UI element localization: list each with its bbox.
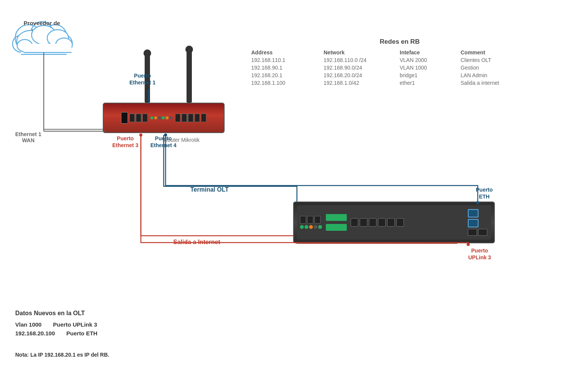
table-row-1: 192.168.110.1 192.168.110.0 /24 VLAN 200… bbox=[251, 57, 548, 63]
port-eth3-label: Puerto Ethernet 3 bbox=[112, 135, 138, 149]
datos-row1-col2: Puerto UPLink 3 bbox=[53, 321, 97, 328]
table-header-row: Address Network Inteface Comment bbox=[251, 49, 548, 56]
olt-port-uplink-label: Puerto UPLink 3 bbox=[468, 247, 491, 261]
header-network: Network bbox=[324, 49, 392, 56]
olt-inner bbox=[297, 205, 491, 240]
diagram-container: Proveedor de Internet Ethernet 1 WAN Pue… bbox=[0, 0, 571, 392]
router-sfp-port bbox=[121, 112, 128, 124]
svg-rect-5 bbox=[21, 42, 67, 55]
svg-point-14 bbox=[17, 40, 32, 52]
olt-right-ports bbox=[468, 209, 491, 236]
redes-table-area: Redes en RB Address Network Inteface Com… bbox=[251, 38, 548, 87]
row3-comment: LAN Admin bbox=[461, 72, 522, 78]
row4-comment: Salida a internet bbox=[461, 80, 522, 86]
antenna-ball-right bbox=[185, 46, 193, 53]
row1-network: 192.168.110.0 /24 bbox=[324, 57, 392, 63]
svg-point-23 bbox=[467, 243, 470, 246]
antenna-right bbox=[187, 49, 192, 103]
olt-mid-ports bbox=[348, 218, 407, 227]
terminal-olt-label: Terminal OLT bbox=[190, 186, 229, 193]
row4-network: 192.168.1.0/42 bbox=[324, 80, 392, 86]
router-device bbox=[103, 103, 225, 133]
olt-device bbox=[293, 202, 495, 243]
olt-port-eth-label: Puerto ETH bbox=[476, 186, 493, 200]
router-ports-row2 bbox=[175, 114, 206, 122]
table-title: Redes en RB bbox=[251, 38, 548, 46]
port-eth4-label: Puerto Ethernet 4 bbox=[150, 135, 176, 149]
row4-address: 192.168.1.100 bbox=[251, 80, 316, 86]
table-row-2: 192.168.90.1 192.168.90.0/24 VLAN 1000 G… bbox=[251, 65, 548, 71]
port-eth1-label: Puerto Ethernet 1 bbox=[129, 72, 155, 86]
olt-left-section bbox=[297, 216, 325, 229]
datos-nuevos-title: Datos Nuevos en la OLT bbox=[15, 310, 97, 317]
ethernet-wan-label: Ethernet 1 WAN bbox=[15, 131, 41, 143]
row3-network: 192.168.20.0/24 bbox=[324, 72, 392, 78]
header-interface: Inteface bbox=[400, 49, 453, 56]
row3-address: 192.168.20.1 bbox=[251, 72, 316, 78]
datos-row1-col1: Vlan 1000 bbox=[15, 321, 41, 328]
note-text: Nota: La IP 192.168.20.1 es IP del RB. bbox=[15, 352, 109, 358]
svg-rect-15 bbox=[24, 44, 72, 53]
datos-row2: 192.168.20.100 Puerto ETH bbox=[15, 330, 97, 336]
datos-nuevos-section: Datos Nuevos en la OLT Vlan 1000 Puerto … bbox=[15, 310, 97, 339]
table-row-3: 192.168.20.1 192.168.20.0/24 bridge1 LAN… bbox=[251, 72, 548, 78]
datos-row2-col2: Puerto ETH bbox=[66, 330, 97, 336]
svg-point-4 bbox=[13, 35, 29, 52]
row1-comment: Clientes OLT bbox=[461, 57, 522, 63]
olt-sfp-section bbox=[325, 213, 348, 232]
datos-row1: Vlan 1000 Puerto UPLink 3 bbox=[15, 321, 97, 328]
table-row-4: 192.168.1.100 192.168.1.0/42 ether1 Sali… bbox=[251, 80, 548, 86]
router-ports-row1 bbox=[129, 114, 148, 122]
row4-interface: ether1 bbox=[400, 80, 453, 86]
row2-comment: Gestion bbox=[461, 65, 522, 71]
row1-interface: VLAN 2000 bbox=[400, 57, 453, 63]
led-indicators bbox=[150, 116, 172, 119]
header-address: Address bbox=[251, 49, 316, 56]
cloud-label: Proveedor de Internet bbox=[11, 19, 72, 35]
row2-interface: VLAN 1000 bbox=[400, 65, 453, 71]
svg-point-21 bbox=[139, 133, 142, 136]
antenna-ball-left bbox=[144, 49, 151, 57]
header-comment: Comment bbox=[461, 49, 525, 56]
row2-address: 192.168.90.1 bbox=[251, 65, 316, 71]
row1-address: 192.168.110.1 bbox=[251, 57, 316, 63]
svg-point-3 bbox=[53, 34, 72, 53]
svg-point-13 bbox=[56, 38, 72, 52]
datos-row2-col1: 192.168.20.100 bbox=[15, 330, 55, 336]
row3-interface: bridge1 bbox=[400, 72, 453, 78]
salida-internet-label: Salida a Internet bbox=[173, 239, 220, 246]
row2-network: 192.168.90.0/24 bbox=[324, 65, 392, 71]
